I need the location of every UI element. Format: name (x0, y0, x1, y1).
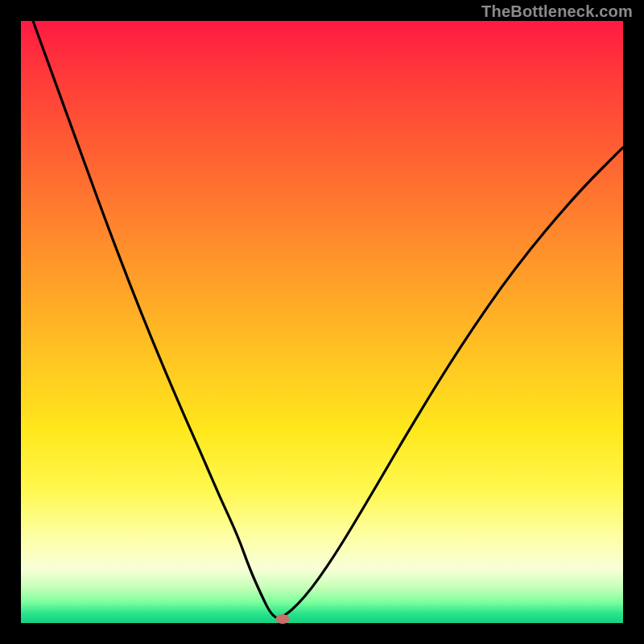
watermark-text: TheBottleneck.com (481, 2, 633, 21)
plot-area (21, 21, 623, 623)
chart-frame: TheBottleneck.com (0, 0, 644, 644)
optimum-marker (276, 614, 290, 624)
bottleneck-curve (21, 21, 623, 623)
